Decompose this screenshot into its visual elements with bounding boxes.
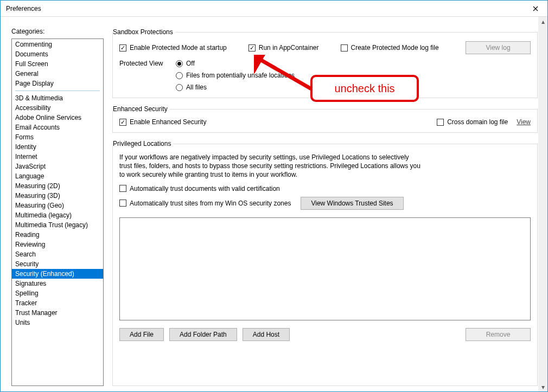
sidebar-item-general[interactable]: General <box>12 69 103 79</box>
add-host-button[interactable]: Add Host <box>243 328 290 341</box>
sidebar-item-javascript[interactable]: JavaScript <box>12 162 103 171</box>
checkbox-icon <box>119 119 126 126</box>
sidebar-item-commenting[interactable]: Commenting <box>12 40 103 49</box>
sidebar-separator <box>15 91 100 91</box>
cross-domain-log-label: Cross domain log file <box>447 118 508 126</box>
titlebar: Preferences <box>1 1 547 17</box>
enable-protected-mode-label: Enable Protected Mode at startup <box>130 44 227 52</box>
sidebar-item-adobe-online-services[interactable]: Adobe Online Services <box>12 113 103 123</box>
view-windows-trusted-sites-button[interactable]: View Windows Trusted Sites <box>301 197 403 210</box>
annotation-callout: uncheck this <box>310 75 419 102</box>
sidebar-item-trust-manager[interactable]: Trust Manager <box>12 308 103 318</box>
radio-icon <box>176 72 183 79</box>
close-icon <box>533 6 538 11</box>
protected-view-unsafe-radio[interactable]: Files from potentially unsafe locations <box>176 72 295 79</box>
pv-all-label: All files <box>186 83 207 91</box>
run-in-appcontainer-label: Run in AppContainer <box>259 44 319 52</box>
annotation-text: uncheck this <box>334 82 394 95</box>
sandbox-top-row: Enable Protected Mode at startup Run in … <box>119 41 531 54</box>
create-log-file-checkbox[interactable]: Create Protected Mode log file <box>341 44 439 52</box>
sidebar-item-security-enhanced-[interactable]: Security (Enhanced) <box>12 269 103 279</box>
sandbox-title: Sandbox Protections <box>113 28 175 36</box>
checkbox-icon <box>119 185 126 192</box>
add-file-button[interactable]: Add File <box>119 328 164 341</box>
run-in-appcontainer-checkbox[interactable]: Run in AppContainer <box>248 44 319 52</box>
protected-view-all-radio[interactable]: All files <box>176 83 295 91</box>
privileged-locations-group: Privileged Locations If your workflows a… <box>112 144 538 386</box>
sidebar-item-units[interactable]: Units <box>12 318 103 327</box>
privileged-locations-listbox[interactable] <box>119 217 531 320</box>
sidebar-item-3d-multimedia[interactable]: 3D & Multimedia <box>12 93 103 103</box>
enhanced-title: Enhanced Security <box>113 105 170 113</box>
enable-enhanced-security-checkbox[interactable]: Enable Enhanced Security <box>119 118 206 126</box>
sidebar-item-signatures[interactable]: Signatures <box>12 279 103 288</box>
sidebar-item-documents[interactable]: Documents <box>12 49 103 59</box>
sidebar-item-search[interactable]: Search <box>12 249 103 259</box>
enhanced-security-group: Enhanced Security Enable Enhanced Securi… <box>112 109 538 133</box>
sidebar-item-measuring-3d-[interactable]: Measuring (3D) <box>12 191 103 201</box>
auto-trust-os-checkbox[interactable]: Automatically trust sites from my Win OS… <box>119 200 291 207</box>
auto-trust-cert-label: Automatically trust documents with valid… <box>130 185 280 192</box>
sidebar-item-spelling[interactable]: Spelling <box>12 288 103 298</box>
enable-enhanced-security-label: Enable Enhanced Security <box>130 118 206 126</box>
sidebar-item-measuring-2d-[interactable]: Measuring (2D) <box>12 181 103 191</box>
radio-icon <box>176 60 183 67</box>
sidebar-item-multimedia-trust-legacy-[interactable]: Multimedia Trust (legacy) <box>12 220 103 230</box>
close-button[interactable] <box>523 1 547 17</box>
sidebar-item-email-accounts[interactable]: Email Accounts <box>12 123 103 132</box>
checkbox-icon <box>341 44 348 52</box>
settings-column: Sandbox Protections Enable Protected Mod… <box>112 28 541 386</box>
sidebar-item-identity[interactable]: Identity <box>12 142 103 152</box>
privileged-title: Privileged Locations <box>113 140 173 147</box>
create-log-file-label: Create Protected Mode log file <box>351 44 439 52</box>
categories-column: Categories: CommentingDocumentsFull Scre… <box>11 28 104 386</box>
sidebar-item-internet[interactable]: Internet <box>12 152 103 162</box>
privileged-description: If your workflows are negatively impacte… <box>119 153 423 179</box>
window-title: Preferences <box>6 5 41 12</box>
cross-domain-log-checkbox[interactable]: Cross domain log file <box>437 118 508 126</box>
checkbox-icon <box>119 44 126 52</box>
add-folder-path-button[interactable]: Add Folder Path <box>169 328 237 341</box>
pv-off-label: Off <box>186 60 195 67</box>
sidebar-item-security[interactable]: Security <box>12 259 103 269</box>
pv-unsafe-label: Files from potentially unsafe locations <box>186 72 295 79</box>
categories-label: Categories: <box>11 28 104 35</box>
dialog-body: Categories: CommentingDocumentsFull Scre… <box>1 17 547 391</box>
protected-view-label: Protected View <box>119 60 168 91</box>
vertical-scrollbar[interactable]: ▴ ▾ <box>538 17 547 391</box>
checkbox-icon <box>437 119 444 126</box>
view-log-button: View log <box>466 41 531 54</box>
sidebar-item-measuring-geo-[interactable]: Measuring (Geo) <box>12 201 103 210</box>
protected-view-off-radio[interactable]: Off <box>176 60 295 67</box>
sidebar-item-reading[interactable]: Reading <box>12 230 103 240</box>
sidebar-item-page-display[interactable]: Page Display <box>12 79 103 88</box>
sidebar-item-forms[interactable]: Forms <box>12 132 103 142</box>
sidebar-item-language[interactable]: Language <box>12 171 103 181</box>
preferences-window: Preferences Categories: CommentingDocume… <box>0 0 548 392</box>
sidebar-item-accessibility[interactable]: Accessibility <box>12 103 103 113</box>
categories-list[interactable]: CommentingDocumentsFull ScreenGeneralPag… <box>11 38 104 386</box>
scroll-up-icon: ▴ <box>538 17 547 26</box>
remove-button: Remove <box>466 328 531 341</box>
sidebar-item-multimedia-legacy-[interactable]: Multimedia (legacy) <box>12 210 103 220</box>
view-link[interactable]: View <box>517 118 531 126</box>
sidebar-item-full-screen[interactable]: Full Screen <box>12 59 103 69</box>
sidebar-item-reviewing[interactable]: Reviewing <box>12 240 103 249</box>
checkbox-icon <box>248 44 256 52</box>
radio-icon <box>176 84 183 91</box>
checkbox-icon <box>119 200 126 207</box>
enable-protected-mode-checkbox[interactable]: Enable Protected Mode at startup <box>119 44 227 52</box>
auto-trust-os-label: Automatically trust sites from my Win OS… <box>130 200 291 207</box>
scroll-down-icon: ▾ <box>538 382 547 391</box>
auto-trust-cert-checkbox[interactable]: Automatically trust documents with valid… <box>119 185 531 192</box>
sidebar-item-tracker[interactable]: Tracker <box>12 298 103 308</box>
